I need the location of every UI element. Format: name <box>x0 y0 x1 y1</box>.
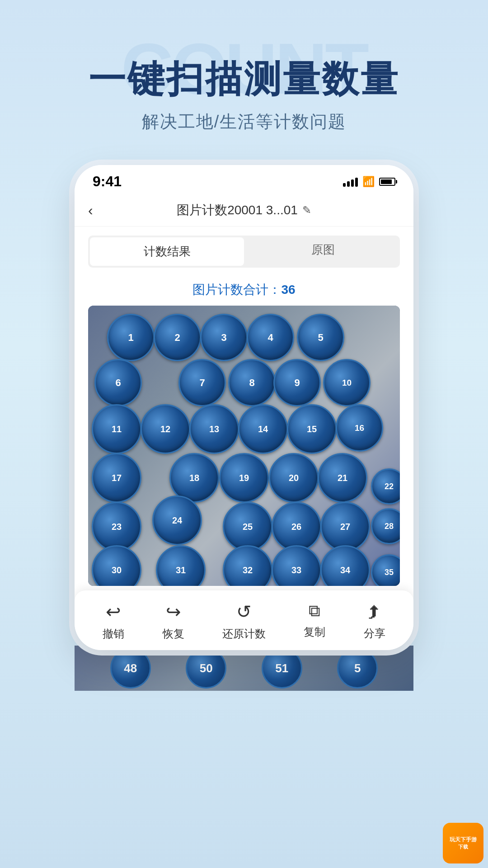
pipe-6: 6 <box>94 359 142 406</box>
reset-button[interactable]: ↺ 还原计数 <box>222 601 266 641</box>
share-label: 分享 <box>364 626 385 641</box>
action-buttons: ↩ 撤销 ↪ 恢复 ↺ 还原计数 ⧉ 复制 ⮭ 分享 <box>84 601 404 641</box>
copy-label: 复制 <box>304 625 325 639</box>
tab-original[interactable]: 原图 <box>246 236 400 268</box>
redo-label: 恢复 <box>163 627 184 641</box>
pipe-25: 25 <box>223 502 272 552</box>
pipe-26: 26 <box>272 502 321 552</box>
undo-icon: ↩ <box>106 601 121 622</box>
share-button[interactable]: ⮭ 分享 <box>364 601 385 641</box>
status-icons: 📶 <box>343 176 395 188</box>
hero-title: 一键扫描测量数量 <box>0 59 488 99</box>
pipe-34: 34 <box>320 545 370 586</box>
pipe-9: 9 <box>273 359 321 406</box>
pipe-10: 10 <box>323 359 371 406</box>
pipe-11: 11 <box>92 404 141 454</box>
bottom-pipe-51: 51 <box>262 648 302 689</box>
pipe-35: 35 <box>371 554 400 586</box>
pipe-24: 24 <box>152 495 202 545</box>
pipe-12: 12 <box>141 404 190 454</box>
undo-button[interactable]: ↩ 撤销 <box>103 601 124 641</box>
count-result: 图片计数合计：36 <box>75 277 413 306</box>
pipe-1: 1 <box>107 314 155 361</box>
count-number: 36 <box>281 283 295 297</box>
image-area: 1 2 3 4 5 6 7 8 9 10 11 12 13 14 15 16 1… <box>88 306 400 586</box>
pipe-16: 16 <box>336 404 383 452</box>
pipe-27: 27 <box>320 502 370 552</box>
pipe-3: 3 <box>200 314 248 361</box>
tab-count-result[interactable]: 计数结果 <box>90 237 244 266</box>
bottom-strip-inner: 48 50 51 5 <box>75 646 413 691</box>
pipe-32: 32 <box>223 545 272 586</box>
wifi-icon: 📶 <box>362 176 375 188</box>
reset-icon: ↺ <box>236 601 252 622</box>
pipe-15: 15 <box>287 404 337 454</box>
header-title: 图片计数20001 3...01 <box>177 202 298 219</box>
pipe-20: 20 <box>269 453 319 503</box>
pipe-7: 7 <box>178 359 226 406</box>
watermark-badge-content: 玩天下手游 下载 <box>443 823 483 863</box>
bottom-pipe-5x: 5 <box>337 648 378 689</box>
bottom-strip: 48 50 51 5 <box>0 646 488 691</box>
pipes-grid: 1 2 3 4 5 6 7 8 9 10 11 12 13 14 15 16 1… <box>88 306 400 586</box>
hero-section: 一键扫描测量数量 解决工地/生活等计数问题 <box>0 0 488 151</box>
redo-button[interactable]: ↪ 恢复 <box>163 601 184 641</box>
pipe-4: 4 <box>247 314 294 361</box>
copy-button[interactable]: ⧉ 复制 <box>304 601 325 641</box>
copy-icon: ⧉ <box>309 601 320 620</box>
app-header: ‹ 图片计数20001 3...01 ✎ <box>75 194 413 226</box>
pipe-14: 14 <box>238 404 288 454</box>
status-time: 9:41 <box>93 173 122 190</box>
signal-icon <box>343 177 358 187</box>
bottom-pipe-50: 50 <box>186 648 226 689</box>
watermark-line1: 玩天下手游 <box>450 836 477 844</box>
watermark-badge: 玩天下手游 下载 <box>443 823 483 863</box>
reset-label: 还原计数 <box>222 627 266 641</box>
pipe-8: 8 <box>228 359 276 406</box>
tab-bar: 计数结果 原图 <box>88 236 400 268</box>
pipe-31: 31 <box>156 545 206 586</box>
pipe-23: 23 <box>92 502 141 552</box>
hero-subtitle: 解决工地/生活等计数问题 <box>0 110 488 133</box>
pipe-2: 2 <box>154 314 201 361</box>
status-bar: 9:41 📶 <box>75 165 413 194</box>
pipe-21: 21 <box>318 453 367 503</box>
battery-icon <box>379 178 395 186</box>
pipe-33: 33 <box>272 545 321 586</box>
phone-wrapper: 9:41 📶 ‹ 图片计数20001 3...01 ✎ <box>0 165 488 650</box>
watermark-line2: 下载 <box>458 844 468 850</box>
pipe-22: 22 <box>371 468 400 505</box>
bottom-pipe-48: 48 <box>110 648 151 689</box>
phone-mockup: 9:41 📶 ‹ 图片计数20001 3...01 ✎ <box>75 165 413 650</box>
redo-icon: ↪ <box>166 601 181 622</box>
back-button[interactable]: ‹ <box>88 202 93 219</box>
edit-icon[interactable]: ✎ <box>302 204 311 217</box>
pipe-30: 30 <box>92 545 141 586</box>
undo-label: 撤销 <box>103 627 124 641</box>
pipe-17: 17 <box>92 453 141 503</box>
pipe-19: 19 <box>219 453 269 503</box>
share-icon: ⮭ <box>366 601 384 622</box>
action-bar: ↩ 撤销 ↪ 恢复 ↺ 还原计数 ⧉ 复制 ⮭ 分享 <box>75 590 413 650</box>
pipe-5: 5 <box>297 314 344 361</box>
pipe-13: 13 <box>189 404 239 454</box>
count-label: 图片计数合计： <box>192 283 281 297</box>
pipe-28: 28 <box>371 508 400 544</box>
